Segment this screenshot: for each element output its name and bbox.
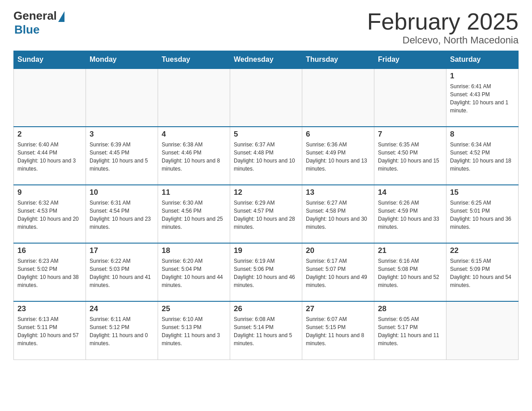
day-info: Sunrise: 6:34 AMSunset: 4:52 PMDaylight:… [450, 141, 515, 173]
title-area: February 2025 Delcevo, North Macedonia [367, 9, 519, 46]
calendar-cell [230, 68, 302, 127]
weekday-header-friday: Friday [374, 51, 446, 69]
day-info: Sunrise: 6:38 AMSunset: 4:46 PMDaylight:… [162, 141, 226, 173]
day-number: 16 [17, 246, 82, 255]
day-number: 1 [450, 72, 515, 81]
calendar-cell: 1Sunrise: 6:41 AMSunset: 4:43 PMDaylight… [446, 68, 519, 127]
week-row-5: 23Sunrise: 6:13 AMSunset: 5:11 PMDayligh… [14, 301, 519, 360]
day-number: 2 [17, 130, 82, 139]
day-number: 25 [162, 304, 226, 313]
day-number: 5 [234, 130, 298, 139]
calendar-cell: 3Sunrise: 6:39 AMSunset: 4:45 PMDaylight… [86, 127, 158, 185]
calendar-cell: 4Sunrise: 6:38 AMSunset: 4:46 PMDaylight… [158, 127, 230, 185]
day-number: 26 [234, 304, 298, 313]
day-info: Sunrise: 6:39 AMSunset: 4:45 PMDaylight:… [90, 141, 154, 173]
day-info: Sunrise: 6:32 AMSunset: 4:53 PMDaylight:… [17, 199, 82, 231]
page-header: General Blue February 2025 Delcevo, Nort… [13, 9, 519, 46]
day-number: 13 [306, 188, 370, 197]
calendar-cell: 7Sunrise: 6:35 AMSunset: 4:50 PMDaylight… [374, 127, 446, 185]
day-number: 8 [450, 130, 515, 139]
calendar-cell: 6Sunrise: 6:36 AMSunset: 4:49 PMDaylight… [302, 127, 374, 185]
day-number: 23 [17, 304, 82, 313]
day-number: 6 [306, 130, 370, 139]
day-number: 18 [162, 246, 226, 255]
calendar-header-row: SundayMondayTuesdayWednesdayThursdayFrid… [14, 51, 519, 69]
calendar-cell: 14Sunrise: 6:26 AMSunset: 4:59 PMDayligh… [374, 185, 446, 243]
day-number: 15 [450, 188, 515, 197]
day-number: 22 [450, 246, 515, 255]
logo-triangle-icon [58, 11, 64, 22]
calendar-cell: 8Sunrise: 6:34 AMSunset: 4:52 PMDaylight… [446, 127, 519, 185]
day-number: 4 [162, 130, 226, 139]
day-info: Sunrise: 6:36 AMSunset: 4:49 PMDaylight:… [306, 141, 370, 173]
week-row-1: 1Sunrise: 6:41 AMSunset: 4:43 PMDaylight… [14, 68, 519, 127]
calendar-cell: 10Sunrise: 6:31 AMSunset: 4:54 PMDayligh… [86, 185, 158, 243]
month-title: February 2025 [367, 9, 519, 34]
day-number: 28 [378, 304, 442, 313]
day-info: Sunrise: 6:35 AMSunset: 4:50 PMDaylight:… [378, 141, 442, 173]
day-info: Sunrise: 6:16 AMSunset: 5:08 PMDaylight:… [378, 257, 442, 289]
day-info: Sunrise: 6:25 AMSunset: 5:01 PMDaylight:… [450, 199, 515, 231]
calendar-cell [374, 68, 446, 127]
calendar-cell: 27Sunrise: 6:07 AMSunset: 5:15 PMDayligh… [302, 301, 374, 360]
day-number: 3 [90, 130, 154, 139]
weekday-header-monday: Monday [86, 51, 158, 69]
calendar-cell [14, 68, 86, 127]
day-info: Sunrise: 6:08 AMSunset: 5:14 PMDaylight:… [234, 315, 298, 347]
day-info: Sunrise: 6:31 AMSunset: 4:54 PMDaylight:… [90, 199, 154, 231]
calendar-cell: 19Sunrise: 6:19 AMSunset: 5:06 PMDayligh… [230, 243, 302, 301]
day-info: Sunrise: 6:07 AMSunset: 5:15 PMDaylight:… [306, 315, 370, 347]
calendar-cell: 25Sunrise: 6:10 AMSunset: 5:13 PMDayligh… [158, 301, 230, 360]
week-row-4: 16Sunrise: 6:23 AMSunset: 5:02 PMDayligh… [14, 243, 519, 301]
day-info: Sunrise: 6:26 AMSunset: 4:59 PMDaylight:… [378, 199, 442, 231]
day-number: 19 [234, 246, 298, 255]
calendar-cell: 11Sunrise: 6:30 AMSunset: 4:56 PMDayligh… [158, 185, 230, 243]
day-info: Sunrise: 6:27 AMSunset: 4:58 PMDaylight:… [306, 199, 370, 231]
day-info: Sunrise: 6:19 AMSunset: 5:06 PMDaylight:… [234, 257, 298, 289]
day-info: Sunrise: 6:29 AMSunset: 4:57 PMDaylight:… [234, 199, 298, 231]
calendar-cell: 18Sunrise: 6:20 AMSunset: 5:04 PMDayligh… [158, 243, 230, 301]
calendar-cell: 16Sunrise: 6:23 AMSunset: 5:02 PMDayligh… [14, 243, 86, 301]
calendar-cell: 13Sunrise: 6:27 AMSunset: 4:58 PMDayligh… [302, 185, 374, 243]
day-number: 9 [17, 188, 82, 197]
calendar-cell: 26Sunrise: 6:08 AMSunset: 5:14 PMDayligh… [230, 301, 302, 360]
weekday-header-sunday: Sunday [14, 51, 86, 69]
calendar-cell: 5Sunrise: 6:37 AMSunset: 4:48 PMDaylight… [230, 127, 302, 185]
day-info: Sunrise: 6:10 AMSunset: 5:13 PMDaylight:… [162, 315, 226, 347]
day-info: Sunrise: 6:05 AMSunset: 5:17 PMDaylight:… [378, 315, 442, 347]
day-number: 11 [162, 188, 226, 197]
logo-blue-text: Blue [14, 23, 39, 37]
calendar-cell [302, 68, 374, 127]
calendar-cell: 23Sunrise: 6:13 AMSunset: 5:11 PMDayligh… [14, 301, 86, 360]
day-number: 12 [234, 188, 298, 197]
calendar-cell: 9Sunrise: 6:32 AMSunset: 4:53 PMDaylight… [14, 185, 86, 243]
day-number: 21 [378, 246, 442, 255]
weekday-header-tuesday: Tuesday [158, 51, 230, 69]
day-number: 24 [90, 304, 154, 313]
day-info: Sunrise: 6:40 AMSunset: 4:44 PMDaylight:… [17, 141, 82, 173]
calendar-cell: 24Sunrise: 6:11 AMSunset: 5:12 PMDayligh… [86, 301, 158, 360]
location-title: Delcevo, North Macedonia [367, 34, 519, 46]
calendar-cell: 2Sunrise: 6:40 AMSunset: 4:44 PMDaylight… [14, 127, 86, 185]
weekday-header-saturday: Saturday [446, 51, 519, 69]
day-number: 7 [378, 130, 442, 139]
calendar-cell: 21Sunrise: 6:16 AMSunset: 5:08 PMDayligh… [374, 243, 446, 301]
calendar-cell [158, 68, 230, 127]
day-info: Sunrise: 6:20 AMSunset: 5:04 PMDaylight:… [162, 257, 226, 289]
day-number: 27 [306, 304, 370, 313]
day-number: 10 [90, 188, 154, 197]
week-row-2: 2Sunrise: 6:40 AMSunset: 4:44 PMDaylight… [14, 127, 519, 185]
week-row-3: 9Sunrise: 6:32 AMSunset: 4:53 PMDaylight… [14, 185, 519, 243]
day-info: Sunrise: 6:41 AMSunset: 4:43 PMDaylight:… [450, 82, 515, 115]
day-info: Sunrise: 6:11 AMSunset: 5:12 PMDaylight:… [90, 315, 154, 347]
weekday-header-wednesday: Wednesday [230, 51, 302, 69]
day-info: Sunrise: 6:17 AMSunset: 5:07 PMDaylight:… [306, 257, 370, 289]
day-info: Sunrise: 6:23 AMSunset: 5:02 PMDaylight:… [17, 257, 82, 289]
day-info: Sunrise: 6:15 AMSunset: 5:09 PMDaylight:… [450, 257, 515, 289]
calendar-cell: 28Sunrise: 6:05 AMSunset: 5:17 PMDayligh… [374, 301, 446, 360]
calendar-table: SundayMondayTuesdayWednesdayThursdayFrid… [13, 51, 519, 360]
calendar-cell: 22Sunrise: 6:15 AMSunset: 5:09 PMDayligh… [446, 243, 519, 301]
weekday-header-thursday: Thursday [302, 51, 374, 69]
day-info: Sunrise: 6:30 AMSunset: 4:56 PMDaylight:… [162, 199, 226, 231]
day-number: 20 [306, 246, 370, 255]
